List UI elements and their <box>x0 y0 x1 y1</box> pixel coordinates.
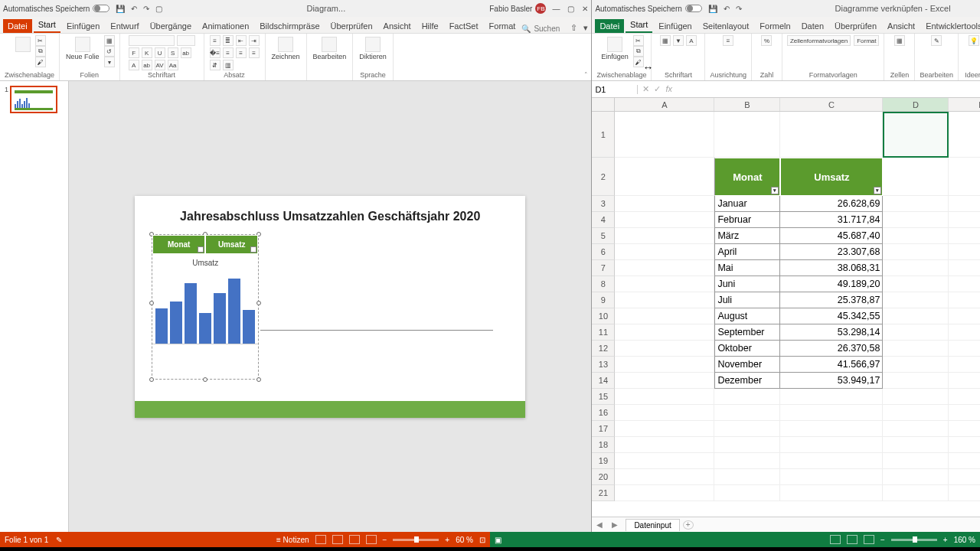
cell[interactable] <box>780 389 883 405</box>
border-icon[interactable]: ▦ <box>660 35 671 46</box>
redo-icon[interactable]: ↷ <box>736 5 742 13</box>
cell[interactable]: 26.370,58 <box>780 341 883 357</box>
cell[interactable] <box>949 292 980 308</box>
strike-button[interactable]: S <box>168 47 178 58</box>
cell[interactable] <box>714 485 780 501</box>
minimize-icon[interactable]: — <box>552 5 560 13</box>
embedded-chart-object[interactable]: Monat▾ Umsatz▾ Umsatz <box>152 234 259 380</box>
filter-dropdown-icon[interactable]: ▾ <box>771 187 779 194</box>
toggle-switch-icon[interactable] <box>93 5 109 12</box>
tab-datei[interactable]: Datei <box>3 19 32 33</box>
cell[interactable] <box>883 324 949 341</box>
cell[interactable] <box>883 405 949 421</box>
align-icon[interactable]: ≡ <box>723 35 733 46</box>
autosave-toggle[interactable]: Automatisches Speichern <box>3 5 109 13</box>
ideas-icon[interactable]: 💡 <box>969 35 979 46</box>
cell[interactable] <box>615 485 714 501</box>
italic-button[interactable]: K <box>142 47 152 58</box>
tab-formeln[interactable]: Formeln <box>755 19 795 33</box>
tab-bildschirm[interactable]: Bildschirmpräse <box>255 19 324 33</box>
tab-ueberpruefen[interactable]: Überprüfen <box>830 19 881 33</box>
cell[interactable]: November <box>714 357 780 373</box>
share-icon[interactable]: ⇧ <box>570 23 577 33</box>
row-header[interactable]: 3 <box>592 196 615 212</box>
row-header[interactable]: 17 <box>592 421 615 437</box>
cell[interactable] <box>949 341 980 357</box>
select-all-corner[interactable] <box>592 98 615 111</box>
paste-button[interactable]: Einfügen <box>599 35 630 62</box>
cell[interactable] <box>714 112 780 158</box>
cell[interactable] <box>949 405 980 421</box>
fx-icon[interactable]: fx <box>665 84 672 94</box>
cell[interactable] <box>615 244 714 260</box>
row-header[interactable]: 9 <box>592 292 615 308</box>
cell[interactable]: 31.717,84 <box>780 212 883 228</box>
cell[interactable] <box>949 373 980 389</box>
redo-icon[interactable]: ↷ <box>143 5 149 13</box>
sheet-tab-dateninput[interactable]: Dateninput <box>626 519 679 531</box>
tab-ansicht[interactable]: Ansicht <box>883 19 920 33</box>
format-button[interactable]: Format <box>854 35 879 46</box>
cell[interactable] <box>615 373 714 389</box>
cell[interactable] <box>949 437 980 453</box>
cell[interactable] <box>615 196 714 212</box>
undo-icon[interactable]: ↶ <box>724 5 730 13</box>
draw-button[interactable]: Zeichnen <box>270 35 302 62</box>
cell[interactable] <box>714 469 780 485</box>
cell[interactable] <box>949 196 980 212</box>
row-header[interactable]: 10 <box>592 308 615 324</box>
page-break-view-icon[interactable] <box>864 535 874 544</box>
tab-datei[interactable]: Datei <box>595 19 624 33</box>
tab-seitenlayout[interactable]: Seitenlayout <box>698 19 754 33</box>
cell[interactable] <box>883 485 949 501</box>
align-center-icon[interactable]: ≡ <box>223 47 234 58</box>
cell[interactable] <box>780 405 883 421</box>
row-header[interactable]: 7 <box>592 260 615 276</box>
cell[interactable] <box>615 158 714 196</box>
tab-start[interactable]: Start <box>626 18 652 33</box>
cell[interactable]: Mai <box>714 260 780 276</box>
enter-icon[interactable]: ✓ <box>654 84 661 94</box>
autosave-toggle[interactable]: Automatisches Speichern <box>595 5 701 13</box>
add-sheet-icon[interactable]: + <box>683 520 694 530</box>
cell[interactable] <box>883 469 949 485</box>
highlight-icon[interactable]: ab <box>142 60 152 70</box>
slide-canvas[interactable]: Jahresabschluss Umsatzzahlen Geschäftsja… <box>69 81 591 532</box>
row-header[interactable]: 16 <box>592 405 615 421</box>
cell[interactable] <box>949 308 980 324</box>
search-input[interactable] <box>534 24 564 33</box>
name-box[interactable]: D1 <box>592 85 638 94</box>
normal-view-icon[interactable] <box>830 535 841 544</box>
cell[interactable] <box>883 196 949 212</box>
col-header-e[interactable]: E <box>949 98 980 111</box>
cell[interactable]: Oktober <box>714 341 780 357</box>
cell[interactable]: April <box>714 244 780 260</box>
maximize-icon[interactable]: ▢ <box>567 5 574 13</box>
font-color-icon[interactable]: A <box>686 35 697 46</box>
fit-to-window-icon[interactable]: ⊡ <box>479 536 485 544</box>
cell[interactable] <box>615 292 714 308</box>
cell[interactable] <box>883 437 949 453</box>
cell[interactable]: März <box>714 228 780 244</box>
cell[interactable]: 23.307,68 <box>780 244 883 260</box>
zoom-out-icon[interactable]: − <box>383 536 387 544</box>
cell[interactable] <box>615 276 714 292</box>
record-macro-icon[interactable]: ▣ <box>495 536 501 544</box>
col-header-b[interactable]: B <box>714 98 780 111</box>
font-size[interactable] <box>177 35 195 46</box>
zoom-out-icon[interactable]: − <box>880 536 885 544</box>
notes-button[interactable]: ≡ Notizen <box>276 536 309 544</box>
cell[interactable] <box>615 405 714 421</box>
row-header[interactable]: 18 <box>592 437 615 453</box>
spreadsheet-grid[interactable]: A B C D E F 12Monat▾Umsatz▾3Januar26.628… <box>592 98 980 517</box>
layout-icon[interactable]: ▦ <box>104 35 115 46</box>
slideshow-icon[interactable]: ▢ <box>155 5 162 13</box>
cell[interactable]: August <box>714 308 780 324</box>
cell[interactable] <box>615 437 714 453</box>
cell[interactable] <box>883 453 949 469</box>
cell[interactable] <box>714 453 780 469</box>
indent-inc-icon[interactable]: ⇥ <box>249 35 260 46</box>
filter-dropdown-icon[interactable]: ▾ <box>198 246 204 253</box>
cell[interactable] <box>714 389 780 405</box>
save-icon[interactable]: 💾 <box>708 5 717 13</box>
